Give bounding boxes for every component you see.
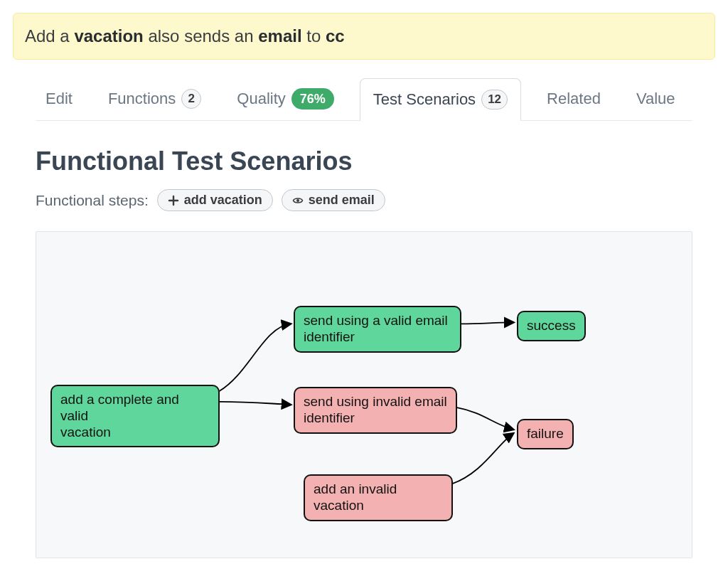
banner-part-5: cc: [326, 26, 345, 46]
chip-label: add vacation: [184, 193, 262, 208]
functional-steps-row: Functional steps: add vacation send emai…: [36, 189, 692, 211]
section-heading: Functional Test Scenarios: [36, 146, 692, 176]
node-label: send using invalid emailidentifier: [304, 394, 447, 425]
steps-label: Functional steps:: [36, 192, 149, 209]
functions-count-badge: 2: [181, 89, 201, 109]
tab-label: Test Scenarios: [373, 90, 476, 109]
tab-test-scenarios[interactable]: Test Scenarios 12: [360, 78, 521, 121]
tab-functions[interactable]: Functions 2: [98, 78, 211, 120]
tab-label: Functions: [108, 90, 176, 108]
scenario-diagram: add a complete and validvacation send us…: [36, 231, 692, 558]
banner-part-1: vacation: [74, 26, 143, 46]
node-label: add a complete and validvacation: [60, 392, 179, 439]
banner-part-4: to: [302, 26, 326, 46]
banner-part-3: email: [258, 26, 301, 46]
banner-part-2: also sends an: [144, 26, 258, 46]
step-chip-send-email[interactable]: send email: [282, 189, 385, 211]
node-failure[interactable]: failure: [517, 419, 574, 449]
tab-edit[interactable]: Edit: [36, 78, 82, 119]
scenarios-count-badge: 12: [481, 90, 508, 110]
tab-label: Quality: [237, 90, 285, 108]
node-add-valid-vacation[interactable]: add a complete and validvacation: [50, 385, 220, 447]
tab-related[interactable]: Related: [537, 78, 611, 119]
node-label: success: [527, 318, 576, 333]
title-banner: Add a vacation also sends an email to cc: [13, 13, 715, 60]
node-send-valid-email[interactable]: send using a valid emailidentifier: [294, 306, 461, 353]
step-chip-add-vacation[interactable]: add vacation: [157, 189, 273, 211]
eye-icon: [292, 195, 304, 206]
tab-quality[interactable]: Quality 76%: [227, 77, 344, 121]
node-label: add an invalid vacation: [314, 481, 397, 513]
tab-strip: Edit Functions 2 Quality 76% Test Scenar…: [36, 77, 692, 121]
tab-label: Edit: [46, 90, 73, 108]
tab-value[interactable]: Value: [626, 78, 685, 119]
banner-part-0: Add a: [25, 26, 74, 46]
node-label: send using a valid emailidentifier: [304, 313, 448, 344]
tab-label: Value: [636, 90, 675, 108]
node-success[interactable]: success: [517, 311, 586, 341]
plus-icon: [168, 195, 179, 206]
quality-percent-badge: 76%: [291, 88, 334, 110]
node-send-invalid-email[interactable]: send using invalid emailidentifier: [294, 387, 457, 434]
tab-label: Related: [547, 90, 601, 108]
svg-point-0: [296, 199, 299, 202]
chip-label: send email: [309, 193, 375, 208]
node-add-invalid-vacation[interactable]: add an invalid vacation: [304, 474, 453, 521]
node-label: failure: [527, 426, 564, 441]
